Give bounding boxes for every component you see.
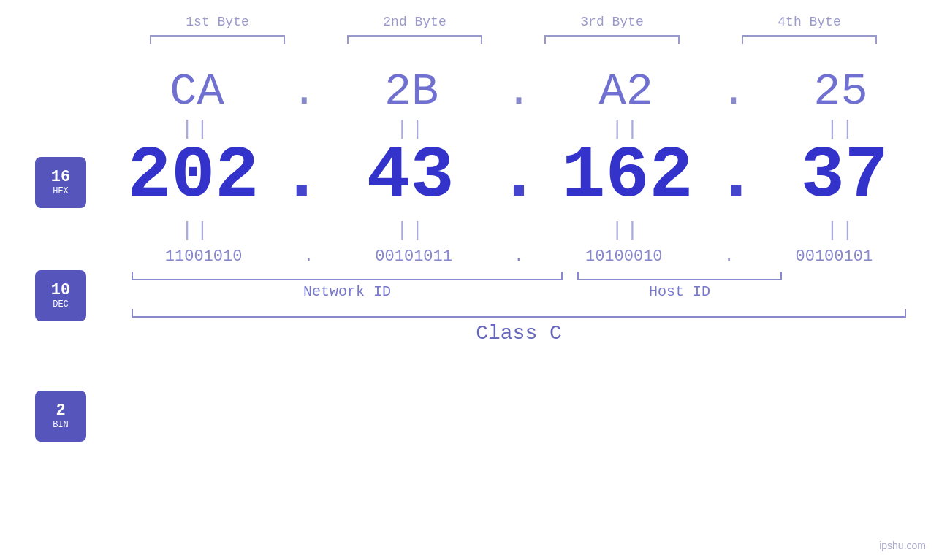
hex-val-3: A2 (560, 66, 692, 118)
byte4-label: 4th Byte (729, 15, 890, 29)
eq-row-2: || || || || (117, 219, 921, 242)
dec-val-1: 202 (127, 140, 259, 213)
id-label-row: Network ID Host ID (132, 283, 921, 300)
dec-badge-label: DEC (53, 299, 69, 310)
hex-val-4: 25 (775, 66, 907, 118)
byte2-label: 2nd Byte (335, 15, 495, 29)
bin-badge-num: 2 (56, 402, 65, 420)
byte1-label: 1st Byte (137, 15, 298, 29)
bin-val-2: 00101011 (341, 248, 487, 266)
bracket-2 (347, 35, 482, 44)
bin-row: 11001010 . 00101011 . 10100010 . 0010010… (117, 248, 921, 266)
bin-dot-1: . (304, 248, 313, 266)
dec-dot-3: . (714, 140, 758, 213)
network-bracket (132, 272, 563, 280)
class-label: Class C (132, 322, 906, 345)
hex-badge-num: 16 (51, 169, 70, 186)
dec-val-3: 162 (562, 140, 693, 213)
byte3-label: 3rd Byte (532, 15, 693, 29)
dec-val-4: 37 (779, 140, 911, 213)
watermark: ipshu.com (879, 540, 926, 551)
bin-val-4: 00100101 (761, 248, 907, 266)
eq-6: || (346, 219, 477, 242)
bracket-3 (544, 35, 680, 44)
host-id-label: Host ID (577, 283, 782, 300)
bracket-row (119, 35, 908, 44)
hex-row: CA . 2B . A2 . 25 (117, 66, 921, 118)
hex-badge: 16 HEX (35, 157, 86, 208)
class-bracket (132, 309, 906, 318)
dec-dot-1: . (280, 140, 324, 213)
bin-badge-label: BIN (53, 420, 69, 430)
dec-val-2: 43 (344, 140, 476, 213)
network-id-label: Network ID (132, 283, 563, 300)
dec-dot-2: . (497, 140, 541, 213)
id-bracket-row (132, 272, 921, 280)
dec-row: 202 . 43 . 162 . 37 (117, 140, 921, 213)
hex-dot-2: . (506, 70, 532, 114)
bracket-1 (150, 35, 285, 44)
hex-dot-3: . (721, 70, 747, 114)
bin-badge: 2 BIN (35, 391, 86, 442)
dec-badge: 10 DEC (35, 270, 86, 321)
bin-dot-3: . (724, 248, 734, 266)
bin-dot-2: . (514, 248, 523, 266)
eq-8: || (775, 219, 907, 242)
eq-7: || (560, 219, 692, 242)
bracket-4 (742, 35, 877, 44)
hex-val-2: 2B (346, 66, 477, 118)
hex-dot-1: . (291, 70, 317, 114)
eq-5: || (131, 219, 262, 242)
bin-val-3: 10100010 (551, 248, 697, 266)
hex-badge-label: HEX (53, 186, 69, 196)
hex-val-1: CA (131, 66, 262, 118)
host-bracket (577, 272, 782, 280)
content-area: 16 HEX CA . 2B . A2 . 25 || || || || 10 … (0, 51, 939, 345)
bin-val-1: 11001010 (131, 248, 277, 266)
header-row: 1st Byte 2nd Byte 3rd Byte 4th Byte (119, 15, 908, 29)
dec-badge-num: 10 (51, 282, 70, 299)
main-container: 1st Byte 2nd Byte 3rd Byte 4th Byte 16 H… (0, 0, 939, 560)
